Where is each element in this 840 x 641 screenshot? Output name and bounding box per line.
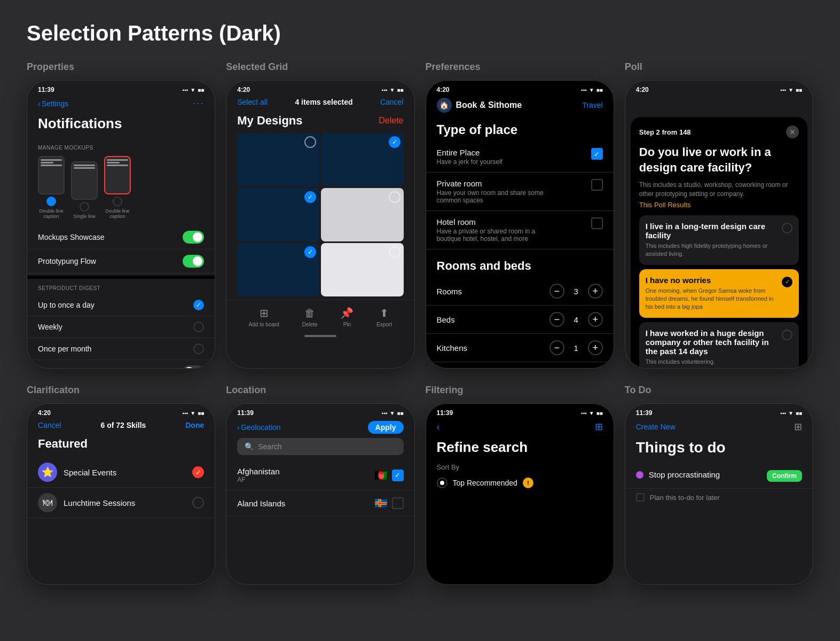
back-button[interactable]: ‹ Settings	[38, 99, 68, 108]
digest-radio-1[interactable]	[193, 300, 204, 310]
toggle-row-1: Mockups Showcase	[27, 225, 215, 249]
loc-check-2[interactable]	[392, 497, 404, 509]
rooms-stepper: Rooms − 3 +	[426, 277, 614, 306]
beds-inc[interactable]: +	[588, 312, 603, 327]
kitchens-inc[interactable]: +	[588, 340, 603, 355]
delete-btn[interactable]: Delete	[379, 116, 403, 126]
cell-check-2[interactable]	[389, 136, 401, 148]
poll-description: This includes a studio, workshop, cowork…	[639, 181, 799, 199]
poll-opt-2[interactable]: I have no worries One morning, when Greg…	[639, 269, 799, 318]
page-header: Selection Patterns (Dark)	[0, 0, 840, 61]
grid-status-bar: 4:20 ▪▪▪ ▼ ■■	[226, 81, 414, 96]
digest-opt-2[interactable]: Weekly	[27, 316, 215, 338]
cell-check-6[interactable]	[389, 246, 401, 258]
location-phone: 11:39 ▪▪▪ ▼ ■■ ‹ Geolocation Apply 🔍 Sea…	[226, 403, 414, 585]
cell-check-5[interactable]	[304, 246, 316, 258]
todo-item-1[interactable]: Stop procrastinating Confirm	[625, 464, 813, 489]
clar-radio-2[interactable]	[192, 497, 204, 509]
clar-item-1[interactable]: ⭐ Special Events ✓	[27, 457, 215, 488]
mockups-toggle[interactable]	[183, 231, 204, 244]
preferences-section: Preferences 4:20 ▪▪▪ ▼ ■■ 🏠 Book & Sitho…	[426, 61, 614, 369]
clar-check-1[interactable]: ✓	[192, 466, 204, 478]
loc-item-1[interactable]: Afghanistan AF 🇦🇫 ✓	[226, 460, 414, 490]
grid-cancel-btn[interactable]: Cancel	[380, 98, 404, 106]
cell-check-3[interactable]	[304, 191, 316, 203]
pref-opt-3[interactable]: Hotel room Have a private or shared room…	[426, 211, 614, 249]
mockup-item-3[interactable]: Double linecaption	[104, 156, 131, 219]
poll-radio-2[interactable]	[782, 277, 792, 287]
poll-status-bar: 4:20 ▪▪▪ ▼ ■■	[625, 81, 813, 96]
filter-nav: ‹ ⊞	[426, 419, 614, 437]
poll-radio-1[interactable]	[782, 223, 792, 233]
filter-back-icon[interactable]: ‹	[437, 421, 440, 433]
filter-radio-1[interactable]	[437, 478, 448, 488]
confirm-badge[interactable]: Confirm	[767, 470, 802, 482]
grid-cell-6[interactable]	[321, 243, 403, 296]
filter-section: Sort By Top Recommended !	[426, 463, 614, 496]
grid-cell-2[interactable]	[321, 133, 403, 186]
digest-radio-3[interactable]	[193, 343, 204, 354]
digest-opt-3[interactable]: Once per month	[27, 338, 215, 360]
cell-check-1[interactable]	[304, 136, 316, 148]
filter-settings-icon[interactable]: ⊞	[595, 421, 603, 433]
grid-cell-4[interactable]	[321, 188, 403, 241]
items-count: 4 items selected	[295, 98, 352, 106]
loc-search-bar[interactable]: 🔍 Search	[237, 438, 403, 455]
beds-stepper: Beds − 4 +	[426, 306, 614, 334]
mockup-icon	[38, 156, 65, 194]
poll-close-btn[interactable]: ✕	[786, 126, 799, 138]
poll-opt-3[interactable]: I have worked in a huge design company o…	[639, 322, 799, 369]
loc-check-1[interactable]: ✓	[392, 470, 404, 481]
poll-radio-3[interactable]	[782, 330, 792, 340]
mockup-radio-3[interactable]	[113, 197, 122, 206]
toolbar-pin[interactable]: 📌 Pin	[340, 307, 354, 327]
toolbar-add[interactable]: ⊞ Add to board	[249, 307, 279, 327]
clar-item-2[interactable]: 🍽 Lunchtime Sessions	[27, 488, 215, 518]
todo-status-bar: 11:39 ▪▪▪ ▼ ■■	[625, 404, 813, 419]
loc-nav: ‹ Geolocation Apply	[226, 419, 414, 438]
mockup-radio-1[interactable]	[46, 197, 56, 206]
flow-toggle[interactable]	[183, 255, 204, 268]
poll-results-link[interactable]: This Poll Results	[639, 201, 799, 209]
properties-section: Properties 11:39 ▪▪▪ ▼ ■■ ‹ Settings ···…	[27, 61, 215, 369]
rooms-dec[interactable]: −	[549, 284, 564, 299]
select-all-btn[interactable]: Select all	[237, 98, 268, 106]
toggle-section: Mockups Showcase Prototypung Flow	[27, 225, 215, 273]
cell-check-4[interactable]	[389, 191, 401, 203]
place-check-2[interactable]	[591, 179, 603, 191]
place-check-3[interactable]	[591, 217, 603, 229]
toolbar-delete[interactable]: 🗑 Delete	[302, 307, 318, 327]
filter-opt-1[interactable]: Top Recommended !	[437, 475, 603, 490]
more-button[interactable]: ···	[193, 98, 204, 109]
properties-time: 11:39	[38, 86, 54, 93]
toolbar-export[interactable]: ⬆ Export	[376, 307, 392, 327]
email-toggle[interactable]	[183, 365, 204, 369]
mockup-item-1[interactable]: Double linecaption	[38, 156, 65, 219]
pref-opt-2[interactable]: Private room Have your own room and shar…	[426, 173, 614, 211]
create-new-btn[interactable]: Create New	[636, 423, 676, 431]
grid-cell-5[interactable]	[237, 243, 319, 296]
grid-cell-1[interactable]	[237, 133, 319, 186]
travel-btn[interactable]: Travel	[582, 101, 602, 110]
loc-back-btn[interactable]: ‹ Geolocation	[237, 423, 280, 432]
digest-radio-2[interactable]	[193, 322, 204, 332]
bottom-row-grid: Clarificaton 4:20 ▪▪▪ ▼ ■■ Cancel 6 of 7…	[0, 369, 840, 585]
template-icon[interactable]: ⊞	[794, 421, 802, 433]
rooms-inc[interactable]: +	[588, 284, 603, 299]
poll-opt-1[interactable]: I live in a long-term design care facili…	[639, 215, 799, 265]
clar-cancel-btn[interactable]: Cancel	[38, 421, 61, 429]
loc-item-2[interactable]: Aland Islands 🇦🇽	[226, 490, 414, 517]
mockup-radio-2[interactable]	[80, 202, 89, 212]
manage-label: MANAGE MOCKUPS	[27, 140, 215, 154]
place-check-1[interactable]	[591, 148, 603, 160]
todo-sub-check-1[interactable]	[636, 493, 645, 502]
todo-sub-item-1[interactable]: Plan this to-do for later	[625, 489, 813, 506]
clar-done-btn[interactable]: Done	[185, 421, 204, 429]
mockup-item-2[interactable]: Single line	[71, 161, 98, 219]
beds-dec[interactable]: −	[549, 312, 564, 327]
digest-opt-1[interactable]: Up to once a day	[27, 294, 215, 316]
grid-cell-3[interactable]	[237, 188, 319, 241]
pref-opt-1[interactable]: Entire Place Have a jerk for yourself	[426, 142, 614, 173]
kitchens-dec[interactable]: −	[549, 340, 564, 355]
loc-apply-btn[interactable]: Apply	[368, 421, 404, 434]
